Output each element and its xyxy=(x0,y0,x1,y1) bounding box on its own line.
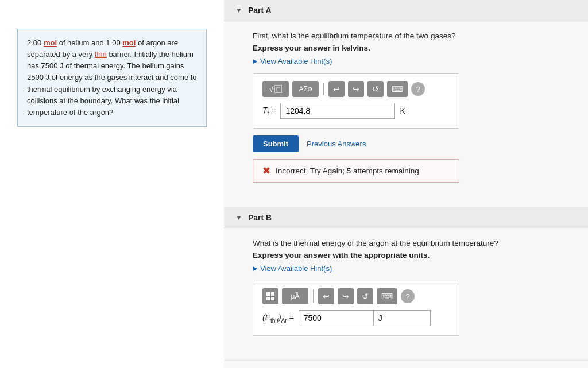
part-a-instruction: Express your answer in kelvins. xyxy=(253,44,571,52)
part-a-input-label: Tf = xyxy=(262,106,276,117)
part-b-header: ▼ Part B xyxy=(224,207,588,228)
part-b-body: What is the thermal energy of the argon … xyxy=(224,228,588,346)
mol-highlight-1: mol xyxy=(44,38,57,47)
part-b-help-icon: ? xyxy=(405,292,409,301)
part-b-undo-btn[interactable]: ↩ xyxy=(318,288,334,304)
alpha-sigma-phi-label: ΑΣφ xyxy=(299,85,312,93)
grid-toolbar-btn[interactable] xyxy=(262,288,278,304)
problem-text: 2.00 mol of helium and 1.00 mol of argon… xyxy=(27,38,197,117)
part-a-collapse-arrow[interactable]: ▼ xyxy=(235,6,242,14)
hint-arrow-icon: ▶ xyxy=(253,57,257,65)
mol-highlight-2: mol xyxy=(122,38,136,47)
part-b-hint-link[interactable]: ▶ View Available Hint(s) xyxy=(253,264,571,273)
part-b-input-row: (Eth f)Ar = xyxy=(262,310,450,326)
part-b-question: What is the thermal energy of the argon … xyxy=(253,239,571,247)
part-b-answer-container: μÅ ↩ ↪ ↺ ⌨ ? xyxy=(253,281,459,336)
part-a-label: Part A xyxy=(248,6,272,15)
part-a-error-box: ✖ Incorrect; Try Again; 5 attempts remai… xyxy=(253,159,459,183)
toolbar-sep-1 xyxy=(323,83,324,95)
part-b-redo-btn[interactable]: ↪ xyxy=(338,288,354,304)
part-b-collapse-arrow[interactable]: ▼ xyxy=(235,214,242,222)
mu-angstrom-btn[interactable]: μÅ xyxy=(282,288,308,304)
part-b-toolbar: μÅ ↩ ↪ ↺ ⌨ ? xyxy=(262,288,450,304)
alpha-sigma-phi-btn[interactable]: ΑΣφ xyxy=(292,81,319,97)
left-panel: 2.00 mol of helium and 1.00 mol of argon… xyxy=(0,0,224,368)
part-a-hint-link[interactable]: ▶ View Available Hint(s) xyxy=(253,57,571,65)
error-icon: ✖ xyxy=(262,165,270,176)
redo-icon: ↪ xyxy=(353,84,359,94)
part-a-submit-button[interactable]: Submit xyxy=(253,135,299,152)
part-b-answer-input[interactable] xyxy=(299,310,373,326)
part-a-answer-input[interactable] xyxy=(280,103,395,119)
part-b-reset-btn[interactable]: ↺ xyxy=(357,288,373,304)
undo-btn[interactable]: ↩ xyxy=(328,81,345,97)
undo-icon: ↩ xyxy=(333,84,340,94)
help-btn[interactable]: ? xyxy=(411,82,425,96)
part-b-keyboard-icon: ⌨ xyxy=(381,292,393,301)
part-b-hint-arrow-icon: ▶ xyxy=(253,265,257,272)
keyboard-icon: ⌨ xyxy=(392,84,403,94)
part-a-input-row: Tf = K xyxy=(262,103,450,119)
mu-angstrom-label: μÅ xyxy=(291,292,300,300)
reset-btn[interactable]: ↺ xyxy=(368,81,384,97)
part-b-redo-icon: ↪ xyxy=(342,292,349,301)
part-a-section: ▼ Part A First, what is the equilibrium … xyxy=(224,0,588,207)
part-b-label: Part B xyxy=(248,213,272,222)
keyboard-btn[interactable]: ⌨ xyxy=(387,81,408,97)
part-a-question: First, what is the equilibrium temperatu… xyxy=(253,32,571,40)
part-b-hint-text: View Available Hint(s) xyxy=(260,264,332,273)
part-a-hint-text: View Available Hint(s) xyxy=(260,57,332,65)
part-a-error-message: Incorrect; Try Again; 5 attempts remaini… xyxy=(276,166,419,175)
sqrt-icon: √ xyxy=(269,85,273,94)
reset-icon: ↺ xyxy=(372,84,379,94)
toolbar-b-sep-1 xyxy=(313,290,314,303)
part-b-undo-icon: ↩ xyxy=(323,292,330,301)
part-b-section: ▼ Part B What is the thermal energy of t… xyxy=(224,207,588,361)
part-b-help-btn[interactable]: ? xyxy=(401,289,415,303)
redo-btn[interactable]: ↪ xyxy=(348,81,364,97)
part-a-answer-container: √ □ ΑΣφ ↩ ↪ ↺ xyxy=(253,73,459,129)
right-panel: ▼ Part A First, what is the equilibrium … xyxy=(224,0,588,368)
part-b-input-label: (Eth f)Ar = xyxy=(262,313,294,324)
thin-highlight: thin xyxy=(95,50,107,59)
part-a-body: First, what is the equilibrium temperatu… xyxy=(224,21,588,193)
part-a-toolbar: √ □ ΑΣφ ↩ ↪ ↺ xyxy=(262,81,450,97)
grid-icon xyxy=(266,292,274,300)
sqrt-toolbar-btn[interactable]: √ □ xyxy=(262,81,289,97)
box-icon: □ xyxy=(274,85,282,93)
part-b-keyboard-btn[interactable]: ⌨ xyxy=(377,288,397,304)
part-b-reset-icon: ↺ xyxy=(362,292,369,301)
part-a-previous-answers-link[interactable]: Previous Answers xyxy=(307,140,366,148)
part-a-header: ▼ Part A xyxy=(224,0,588,21)
help-icon: ? xyxy=(416,85,420,94)
part-b-instruction: Express your answer with the appropriate… xyxy=(253,251,571,259)
problem-box: 2.00 mol of helium and 1.00 mol of argon… xyxy=(17,29,207,127)
part-b-unit-input[interactable] xyxy=(373,310,431,326)
part-a-unit: K xyxy=(400,106,405,115)
pearson-footer: P Pearson xyxy=(224,361,588,368)
part-a-submit-row: Submit Previous Answers xyxy=(253,135,571,152)
